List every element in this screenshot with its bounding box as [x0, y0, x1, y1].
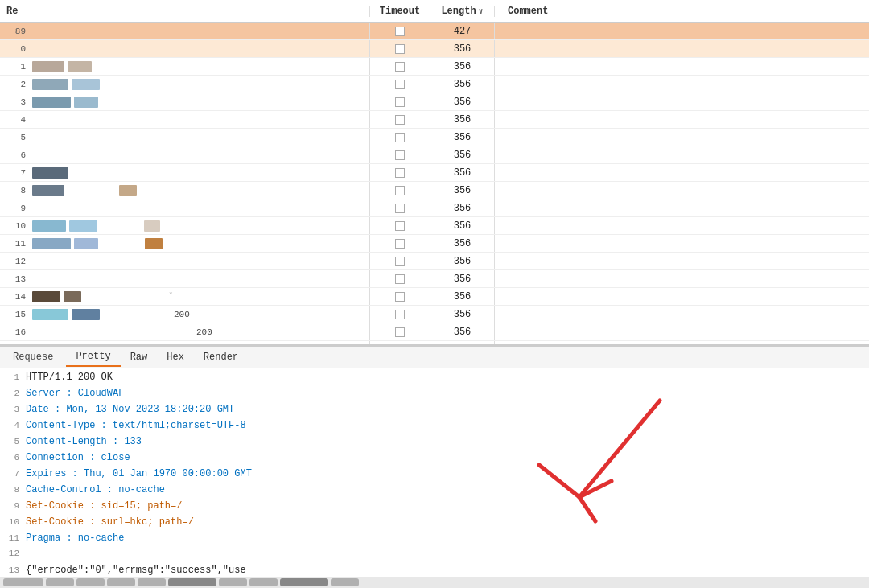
pixel-block	[119, 185, 137, 196]
scrollbar-row	[0, 577, 869, 588]
table-row[interactable]: 14 ˇ 356	[0, 288, 869, 306]
scrollbar-thumb[interactable]	[76, 578, 105, 586]
table-row[interactable]: 12 356	[0, 253, 869, 270]
timeout-checkbox[interactable]	[395, 168, 405, 178]
row-length-cell: 356	[430, 164, 495, 181]
row-timeout-cell	[370, 182, 430, 199]
pixel-block	[32, 61, 64, 72]
row-length-cell: 356	[430, 146, 495, 163]
timeout-checkbox[interactable]	[395, 274, 405, 284]
scrollbar-thumb[interactable]	[219, 578, 247, 586]
tab-raw[interactable]: Raw	[121, 348, 158, 366]
table-row[interactable]: 89 427	[0, 23, 869, 40]
table-row[interactable]: 4 356	[0, 111, 869, 129]
scrollbar-thumb[interactable]	[249, 578, 278, 586]
tab-pretty[interactable]: Pretty	[66, 347, 120, 367]
pixel-block	[64, 291, 81, 302]
timeout-checkbox[interactable]	[395, 27, 405, 36]
timeout-checkbox[interactable]	[395, 150, 405, 160]
row-request-cell: 7	[0, 164, 370, 181]
timeout-checkbox[interactable]	[395, 133, 405, 142]
table-row[interactable]: 0 356	[0, 40, 869, 58]
timeout-checkbox[interactable]	[395, 327, 405, 337]
table-row[interactable]: 8 356	[0, 182, 869, 199]
pixel-block	[72, 79, 100, 90]
table-row[interactable]: 15 200 356	[0, 306, 869, 323]
timeout-checkbox[interactable]	[395, 80, 405, 89]
table-row[interactable]: 11 356	[0, 235, 869, 253]
scrollbar-thumb[interactable]	[138, 578, 166, 586]
tab-render[interactable]: Render	[194, 348, 248, 366]
row-timeout-cell	[370, 253, 430, 269]
timeout-checkbox[interactable]	[395, 310, 405, 319]
scrollbar-thumb[interactable]	[107, 578, 135, 586]
table-row[interactable]: 7 356	[0, 164, 869, 182]
timeout-checkbox[interactable]	[395, 292, 405, 302]
timeout-checkbox[interactable]	[395, 204, 405, 213]
panel-tabs-bar: Requese Pretty Raw Hex Render	[0, 346, 869, 368]
timeout-checkbox[interactable]	[395, 115, 405, 125]
header-length[interactable]: Length ∨	[430, 6, 495, 17]
table-header: Re Timeout Length ∨ Comment	[0, 0, 869, 23]
row-length-cell: 356	[430, 217, 495, 234]
row-length-cell: 356	[430, 306, 495, 323]
scrollbar-thumb[interactable]	[46, 578, 74, 586]
row-timeout-cell	[370, 58, 430, 75]
row-length-cell: 356	[430, 270, 495, 287]
row-request-cell: 5	[0, 129, 370, 146]
tab-hex[interactable]: Hex	[157, 348, 194, 366]
code-line: 3 Date : Mon, 13 Nov 2023 18:20:20 GMT	[0, 404, 869, 420]
table-row[interactable]: 1 356	[0, 58, 869, 76]
row-timeout-cell	[370, 129, 430, 146]
code-line: 5 Content-Length : 133	[0, 436, 869, 452]
timeout-checkbox[interactable]	[395, 221, 405, 231]
row-request-cell: 3	[0, 93, 370, 110]
code-line: 1 HTTP/1.1 200 OK	[0, 372, 869, 388]
row-timeout-cell	[370, 270, 430, 287]
row-timeout-cell	[370, 235, 430, 252]
timeout-checkbox[interactable]	[395, 44, 405, 54]
row-length-cell: 356	[430, 182, 495, 199]
code-line: 8 Cache-Control : no-cache	[0, 484, 869, 500]
timeout-checkbox[interactable]	[395, 62, 405, 72]
pixel-block	[32, 185, 64, 196]
timeout-checkbox[interactable]	[395, 97, 405, 107]
row-comment-cell	[495, 164, 869, 181]
row-request-cell: 17 200	[0, 341, 370, 344]
table-row[interactable]: 9 356	[0, 199, 869, 217]
scrollbar-thumb[interactable]	[331, 578, 359, 586]
row-request-cell: 8	[0, 182, 370, 199]
row-timeout-cell	[370, 76, 430, 93]
timeout-checkbox[interactable]	[395, 257, 405, 266]
code-line: 12	[0, 549, 869, 565]
pixel-block	[68, 61, 92, 72]
scrollbar-thumb-active[interactable]	[168, 578, 216, 586]
pixel-block	[32, 220, 66, 232]
pixel-block	[32, 97, 71, 108]
row-comment-cell	[495, 199, 869, 216]
row-length-cell: 427	[430, 23, 495, 39]
scrollbar-thumb[interactable]	[3, 578, 43, 586]
code-line: 11 Pragma : no-cache	[0, 532, 869, 549]
row-timeout-cell	[370, 323, 430, 340]
timeout-checkbox[interactable]	[395, 239, 405, 249]
pixel-block	[144, 220, 160, 232]
request-panel-label: Requese	[6, 348, 60, 366]
table-row[interactable]: 13 356	[0, 270, 869, 288]
table-body: 89 427 0 356 1	[0, 23, 869, 344]
code-line: 4 Content-Type : text/html;charset=UTF-8	[0, 420, 869, 436]
table-row[interactable]: 2 356	[0, 76, 869, 93]
sort-arrow-icon: ∨	[479, 6, 484, 16]
table-row[interactable]: 17 200 356	[0, 341, 869, 344]
scrollbar-thumb-active[interactable]	[280, 578, 328, 586]
row-request-cell: 4	[0, 111, 370, 128]
table-row[interactable]: 3 356	[0, 93, 869, 111]
table-row[interactable]: 6 356	[0, 146, 869, 164]
table-row[interactable]: 5 356	[0, 129, 869, 146]
row-comment-cell	[495, 288, 869, 305]
row-length-cell: 356	[430, 341, 495, 344]
table-row[interactable]: 16 200 356	[0, 323, 869, 341]
table-row[interactable]: 10 356	[0, 217, 869, 235]
timeout-checkbox[interactable]	[395, 186, 405, 195]
code-line: 9 Set-Cookie : sid=15; path=/	[0, 500, 869, 516]
